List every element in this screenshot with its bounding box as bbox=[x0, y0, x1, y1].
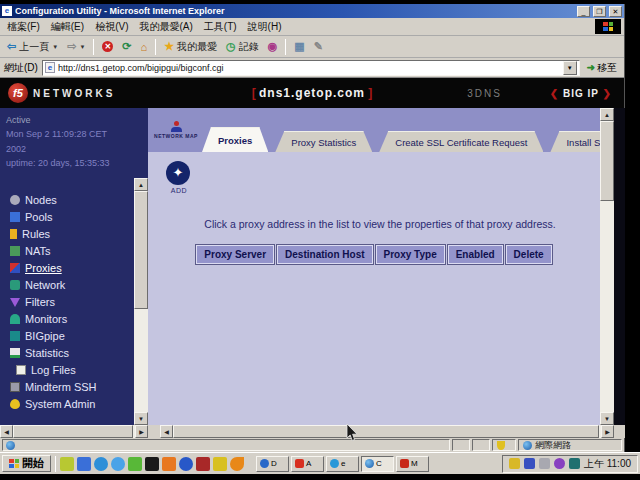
sidebar-item-mindterm-ssh[interactable]: Mindterm SSH bbox=[0, 379, 134, 396]
sidebar-item-pools[interactable]: Pools bbox=[0, 209, 134, 226]
quicklaunch-icon-8[interactable] bbox=[179, 457, 193, 471]
scroll-down-icon[interactable]: ▼ bbox=[600, 412, 614, 425]
task-button-configuration-utility[interactable]: C bbox=[361, 456, 394, 472]
pools-icon bbox=[10, 212, 20, 222]
menu-tools[interactable]: 工具(T) bbox=[204, 20, 237, 34]
quicklaunch-icon-4[interactable] bbox=[111, 457, 125, 471]
sidebar-horizontal-scrollbar[interactable]: ◀ ▶ bbox=[0, 425, 148, 438]
edit-button[interactable]: ✎ bbox=[311, 39, 326, 54]
quicklaunch-icon-9[interactable] bbox=[196, 457, 210, 471]
tab-proxy-statistics[interactable]: Proxy Statistics bbox=[275, 131, 372, 152]
quicklaunch-icon-3[interactable] bbox=[94, 457, 108, 471]
scroll-up-icon[interactable]: ▲ bbox=[600, 108, 614, 121]
stop-button[interactable]: ✕ bbox=[99, 40, 116, 53]
maximize-button[interactable]: ❐ bbox=[593, 6, 606, 17]
address-url[interactable]: http://dns1.getop.com/bigipgui/bigconf.c… bbox=[58, 63, 560, 73]
quicklaunch-icon-1[interactable] bbox=[60, 457, 74, 471]
column-destination-host[interactable]: Destination Host bbox=[277, 245, 372, 264]
scroll-left-icon[interactable]: ◀ bbox=[0, 425, 13, 438]
quicklaunch-icon-6[interactable] bbox=[145, 457, 159, 471]
sidebar-item-monitors[interactable]: Monitors bbox=[0, 311, 134, 328]
forward-button[interactable]: ⇨ ▼ bbox=[64, 39, 88, 54]
scroll-left-icon[interactable]: ◀ bbox=[160, 425, 173, 438]
refresh-button[interactable]: ⟳ bbox=[119, 39, 134, 54]
sidebar-item-statistics[interactable]: Statistics bbox=[0, 345, 134, 362]
quicklaunch-icon-7[interactable] bbox=[162, 457, 176, 471]
sidebar-item-system-admin[interactable]: System Admin bbox=[0, 396, 134, 413]
task-button-3[interactable]: e bbox=[326, 456, 359, 472]
column-proxy-server[interactable]: Proxy Server bbox=[196, 245, 274, 264]
minimize-button[interactable]: _ bbox=[577, 6, 590, 17]
column-enabled[interactable]: Enabled bbox=[448, 245, 503, 264]
sidebar-item-network[interactable]: Network bbox=[0, 277, 134, 294]
sidebar-item-log-files[interactable]: Log Files bbox=[0, 362, 134, 379]
print-button[interactable]: ▦ bbox=[291, 39, 307, 54]
quicklaunch-icon-5[interactable] bbox=[128, 457, 142, 471]
quicklaunch-icon-2[interactable] bbox=[77, 457, 91, 471]
scroll-right-icon[interactable]: ▶ bbox=[135, 425, 148, 438]
task-buttons: D A e C M bbox=[256, 456, 429, 472]
sidebar-item-rules[interactable]: Rules bbox=[0, 226, 134, 243]
task-button-2[interactable]: A bbox=[291, 456, 324, 472]
sidebar-item-label: NATs bbox=[25, 245, 50, 257]
media-button[interactable]: ◉ bbox=[265, 39, 281, 54]
address-input[interactable]: e http://dns1.getop.com/bigipgui/bigconf… bbox=[42, 60, 580, 76]
menu-edit[interactable]: 編輯(E) bbox=[51, 20, 84, 34]
content-horizontal-scrollbar[interactable]: ◀ ▶ bbox=[160, 425, 614, 438]
quicklaunch-icon-11[interactable] bbox=[230, 457, 244, 471]
task-button-1[interactable]: D bbox=[256, 456, 289, 472]
back-dropdown-icon[interactable]: ▼ bbox=[52, 44, 58, 50]
menu-view[interactable]: 檢視(V) bbox=[95, 20, 128, 34]
go-button[interactable]: ➜ 移至 bbox=[584, 61, 620, 75]
scroll-thumb[interactable] bbox=[173, 425, 599, 438]
scroll-thumb[interactable] bbox=[600, 121, 614, 201]
sidebar-item-label: System Admin bbox=[25, 398, 95, 410]
sidebar-item-bigpipe[interactable]: BIGpipe bbox=[0, 328, 134, 345]
history-button[interactable]: ◷ 記錄 bbox=[223, 39, 262, 55]
back-button[interactable]: ⇦ 上一頁 ▼ bbox=[4, 39, 61, 55]
tray-icon-1[interactable] bbox=[509, 458, 520, 469]
content-vertical-scrollbar[interactable]: ▲ ▼ bbox=[600, 108, 614, 425]
menu-help[interactable]: 說明(H) bbox=[248, 20, 282, 34]
sidebar-item-filters[interactable]: Filters bbox=[0, 294, 134, 311]
forward-dropdown-icon[interactable]: ▼ bbox=[79, 44, 85, 50]
title-bar[interactable]: e Configuration Utility - Microsoft Inte… bbox=[0, 4, 624, 18]
tray-icon-2[interactable] bbox=[524, 458, 535, 469]
home-button[interactable]: ⌂ bbox=[138, 40, 151, 54]
tray-icon-3[interactable] bbox=[539, 458, 550, 469]
screen: e Configuration Utility - Microsoft Inte… bbox=[0, 0, 640, 480]
scroll-down-icon[interactable]: ▼ bbox=[134, 412, 148, 425]
favorites-button[interactable]: ★ 我的最愛 bbox=[161, 39, 220, 55]
quicklaunch-icon-10[interactable] bbox=[213, 457, 227, 471]
tray-icon-4[interactable] bbox=[554, 458, 565, 469]
taskbar-clock[interactable]: 上午 11:00 bbox=[584, 457, 631, 471]
tab-create-ssl-certificate-request[interactable]: Create SSL Certificate Request bbox=[379, 131, 543, 152]
column-proxy-type[interactable]: Proxy Type bbox=[376, 245, 445, 264]
address-dropdown-icon[interactable]: ▼ bbox=[563, 61, 577, 75]
scroll-up-icon[interactable]: ▲ bbox=[134, 178, 148, 191]
tab-strip: Proxies Proxy Statistics Create SSL Cert… bbox=[202, 124, 600, 152]
menu-favorites[interactable]: 我的最愛(A) bbox=[139, 20, 192, 34]
close-button[interactable]: ✕ bbox=[609, 6, 622, 17]
menu-file[interactable]: 檔案(F) bbox=[7, 20, 40, 34]
column-delete[interactable]: Delete bbox=[506, 245, 552, 264]
scroll-thumb[interactable] bbox=[134, 191, 148, 309]
sidebar-item-nats[interactable]: NATs bbox=[0, 243, 134, 260]
add-button[interactable]: ✦ bbox=[166, 161, 190, 185]
sidebar-vertical-scrollbar[interactable]: ▲ ▼ bbox=[134, 178, 148, 425]
sidebar-item-label: BIGpipe bbox=[25, 330, 65, 342]
task-button-5[interactable]: M bbox=[396, 456, 429, 472]
edit-icon: ✎ bbox=[314, 40, 323, 53]
task-icon bbox=[400, 459, 409, 468]
network-map-button[interactable]: NETWORK MAP bbox=[153, 112, 199, 148]
start-button[interactable]: 開始 bbox=[2, 455, 51, 472]
scroll-right-icon[interactable]: ▶ bbox=[601, 425, 614, 438]
tray-icon-5[interactable] bbox=[569, 458, 580, 469]
sidebar-item-label: Filters bbox=[25, 296, 55, 308]
sidebar-item-nodes[interactable]: Nodes bbox=[0, 192, 134, 209]
scroll-thumb[interactable] bbox=[13, 425, 133, 438]
sidebar-item-label: Nodes bbox=[25, 194, 57, 206]
tab-install-ssl-certificate[interactable]: Install SSL Certif bbox=[550, 131, 600, 152]
tab-proxies[interactable]: Proxies bbox=[202, 127, 268, 152]
sidebar-item-proxies[interactable]: Proxies bbox=[0, 260, 134, 277]
